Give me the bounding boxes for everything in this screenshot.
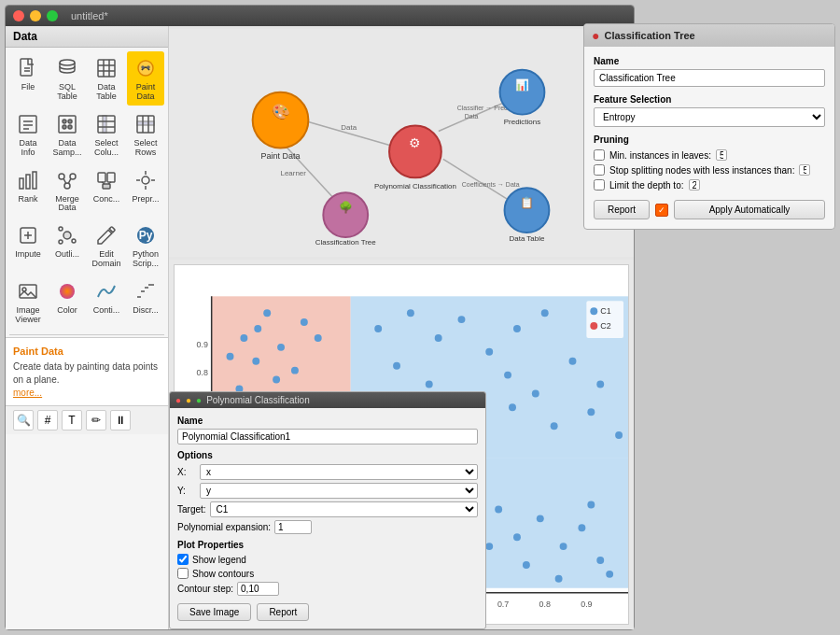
- tool-data-sampler[interactable]: Data Samp...: [49, 107, 86, 162]
- ct-apply-checkbox[interactable]: ✓: [655, 204, 668, 217]
- ct-name-input[interactable]: [594, 69, 825, 87]
- tool-select-rows[interactable]: Select Rows: [127, 107, 164, 162]
- tool-sql-table[interactable]: SQL Table: [49, 51, 86, 106]
- tool-impute[interactable]: Impute: [9, 219, 47, 273]
- svg-point-10: [142, 66, 144, 68]
- tool-color[interactable]: Color: [49, 275, 86, 329]
- svg-text:0.7: 0.7: [497, 600, 509, 609]
- poly-buttons: Save Image Report: [177, 603, 478, 621]
- minimize-button[interactable]: [30, 10, 41, 21]
- workflow-svg: Data Classifier → Predictors Data Coeffi…: [169, 26, 634, 260]
- tool-merge-data[interactable]: Merge Data: [49, 163, 86, 218]
- svg-text:Py: Py: [139, 229, 153, 242]
- svg-point-147: [458, 316, 466, 323]
- hash-tool[interactable]: #: [37, 410, 58, 430]
- maximize-button[interactable]: [47, 10, 58, 21]
- ct-min-inst-checkbox[interactable]: [594, 149, 605, 161]
- svg-rect-12: [20, 116, 36, 133]
- svg-point-142: [485, 543, 493, 550]
- data-info-icon: [14, 111, 42, 137]
- draw-tool[interactable]: ✏: [86, 410, 106, 430]
- svg-point-128: [273, 376, 280, 384]
- ct-feat-sel-label: Feature Selection: [594, 94, 825, 105]
- select-cols-label: Select Colu...: [90, 139, 123, 158]
- tool-preprocess[interactable]: Prepr...: [127, 163, 164, 218]
- tool-concatenate[interactable]: Conc...: [88, 163, 125, 218]
- tool-data-info[interactable]: Data Info: [9, 107, 47, 162]
- contour-step-label: Contour step:: [177, 584, 233, 594]
- merge-label: Merge Data: [50, 195, 84, 214]
- ct-min-inst-input[interactable]: [716, 149, 727, 161]
- svg-rect-22: [103, 116, 106, 133]
- svg-text:🌳: 🌳: [339, 200, 353, 214]
- close-button[interactable]: [13, 10, 24, 21]
- paint-data-desc: Create data by painting data points on a…: [13, 360, 161, 387]
- tool-outliers[interactable]: Outli...: [49, 219, 86, 273]
- zoom-tool[interactable]: 🔍: [13, 410, 34, 430]
- poly-report-button[interactable]: Report: [257, 603, 309, 621]
- tool-python-script[interactable]: Py Python Scrip...: [127, 219, 164, 273]
- show-legend-checkbox[interactable]: [177, 554, 189, 565]
- poly-close-btn[interactable]: ●: [175, 395, 181, 405]
- ct-limit-depth-input[interactable]: [689, 179, 700, 190]
- svg-rect-38: [107, 173, 115, 182]
- data-table-icon: [92, 55, 120, 81]
- pause-tool[interactable]: ⏸: [110, 410, 131, 430]
- more-link[interactable]: more...: [13, 388, 42, 398]
- svg-rect-29: [20, 178, 23, 189]
- text-tool[interactable]: T: [62, 410, 82, 430]
- svg-rect-30: [26, 175, 30, 189]
- ct-apply-button[interactable]: Apply Automatically: [674, 200, 825, 219]
- svg-rect-37: [98, 173, 105, 182]
- svg-point-124: [291, 367, 299, 374]
- ct-stop-split-input[interactable]: [799, 164, 810, 176]
- tool-edit-domain[interactable]: Edit Domain: [88, 219, 125, 273]
- save-image-button[interactable]: Save Image: [177, 603, 251, 621]
- poly-min-btn[interactable]: ●: [186, 395, 191, 405]
- ct-report-button[interactable]: Report: [594, 200, 650, 219]
- tool-discretize[interactable]: Discr...: [127, 275, 164, 329]
- tool-file[interactable]: File: [9, 51, 47, 106]
- poly-x-select[interactable]: x: [200, 464, 478, 480]
- ct-limit-depth-checkbox[interactable]: [594, 179, 605, 190]
- tool-select-cols[interactable]: Select Colu...: [88, 107, 125, 162]
- ct-panel-title: Classification Tree: [604, 30, 694, 41]
- toolbox-header: Data: [6, 26, 168, 48]
- tool-paint-data[interactable]: Paint Data: [127, 51, 164, 106]
- ct-min-inst-row: Min. instances in leaves:: [594, 149, 825, 161]
- poly-target-select[interactable]: C1: [210, 501, 478, 517]
- preprocess-label: Prepr...: [132, 195, 159, 205]
- poly-exp-input[interactable]: [274, 520, 312, 534]
- color-icon: [53, 278, 81, 304]
- ct-feat-sel-select[interactable]: Entropy Gini Information gain: [594, 107, 825, 127]
- svg-point-85: [505, 188, 550, 233]
- poly-panel-title: Polynomial Classification: [206, 395, 310, 405]
- svg-point-52: [72, 239, 76, 243]
- poly-name-input[interactable]: [177, 429, 478, 444]
- python-icon: Py: [132, 222, 160, 248]
- svg-point-165: [615, 431, 623, 439]
- poly-max-btn[interactable]: ●: [196, 395, 202, 405]
- svg-point-134: [513, 533, 521, 541]
- main-content: Data File: [6, 26, 634, 629]
- poly-target-label: Target:: [177, 504, 206, 515]
- canvas-area: Data Classifier → Predictors Data Coeffi…: [169, 26, 634, 260]
- paint-data-info: Paint Data Create data by painting data …: [6, 337, 168, 405]
- plot-props-title: Plot Properties: [177, 540, 478, 550]
- ct-stop-split-checkbox[interactable]: [594, 164, 605, 176]
- tool-image-viewer[interactable]: Image Viewer: [9, 275, 47, 329]
- svg-text:🎨: 🎨: [272, 103, 290, 120]
- tool-continuize[interactable]: Conti...: [88, 275, 125, 329]
- svg-text:Data Table: Data Table: [510, 234, 545, 243]
- poly-y-select[interactable]: y: [200, 483, 478, 499]
- tool-data-table[interactable]: Data Table: [88, 51, 125, 106]
- svg-point-9: [138, 61, 153, 76]
- ct-stop-split-row: Stop splitting nodes with less instances…: [594, 164, 825, 176]
- ct-titlebar: ● Classification Tree: [584, 24, 834, 47]
- contour-step-input[interactable]: [237, 582, 279, 596]
- show-contours-checkbox[interactable]: [177, 568, 189, 579]
- select-cols-icon: [92, 111, 120, 137]
- python-label: Python Scrip...: [129, 250, 162, 269]
- svg-point-135: [537, 515, 544, 522]
- tool-rank[interactable]: Rank: [9, 163, 47, 218]
